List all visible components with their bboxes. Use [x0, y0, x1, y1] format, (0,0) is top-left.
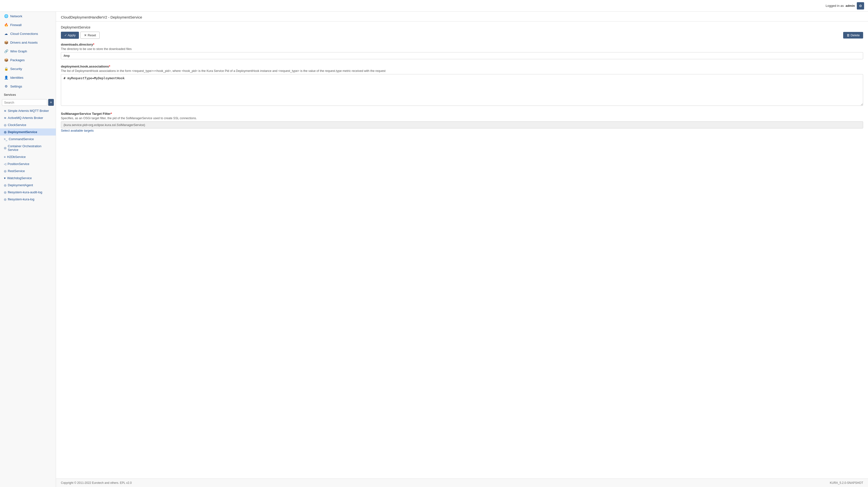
sidebar-item-packages[interactable]: 📦Packages — [0, 56, 56, 64]
btn-row: ✓ Apply ✕ Reset 🗑 Delete — [61, 32, 863, 39]
deployment-hook-field: deployment.hook.associations* The list o… — [61, 65, 863, 107]
nav-label-firewall: Firewall — [10, 23, 22, 27]
gear-button[interactable]: ⚙ — [857, 2, 864, 9]
nav-label-security: Security — [10, 67, 22, 71]
sidebar-item-identities[interactable]: 👤Identities — [0, 73, 56, 82]
service-item-filesystem-audit[interactable]: ◎filesystem-kura-audit-log — [0, 189, 56, 196]
service-label-filesystem-log: filesystem-kura-log — [8, 197, 34, 201]
service-item-clock-service[interactable]: ◎ClockService — [0, 121, 56, 128]
nav-icon-network: 🌐 — [4, 14, 8, 18]
footer-copyright: Copyright © 2011-2022 Eurotech and other… — [61, 481, 132, 485]
service-item-activemq[interactable]: ≋ActiveMQ Artemis Broker — [0, 114, 56, 121]
service-icon-clock-service: ◎ — [4, 123, 6, 127]
deployment-hook-label: deployment.hook.associations* — [61, 65, 863, 68]
required-star-2: * — [109, 65, 110, 68]
form-area: DeploymentService ✓ Apply ✕ Reset 🗑 Dele… — [56, 22, 868, 142]
delete-button[interactable]: 🗑 Delete — [843, 32, 863, 38]
downloads-directory-field: downloads.directory* The directory to be… — [61, 42, 863, 59]
service-item-command-service[interactable]: >_CommandService — [0, 136, 56, 143]
ssl-filter-value: (kura.service.pid=org.eclipse.kura.ssl.S… — [61, 121, 863, 128]
footer: Copyright © 2011-2022 Eurotech and other… — [56, 479, 868, 487]
btn-row-left: ✓ Apply ✕ Reset — [61, 32, 100, 39]
sidebar-item-security[interactable]: 🔒Security — [0, 64, 56, 73]
nav-icon-wire-graph: 🔗 — [4, 49, 8, 53]
services-list: ≋Simple Artemis MQTT Broker≋ActiveMQ Art… — [0, 107, 56, 203]
sidebar-item-wire-graph[interactable]: 🔗Wire Graph — [0, 47, 56, 56]
service-icon-activemq: ≋ — [4, 116, 6, 120]
service-label-container-orchestration: Container Orchestration Service — [8, 144, 52, 152]
add-service-button[interactable]: + — [48, 99, 54, 106]
search-input[interactable] — [2, 99, 47, 106]
main-content: CloudDeploymentHandlerV2 - DeploymentSer… — [56, 12, 868, 487]
footer-version: KURA_5.2.0-SNAPSHOT — [830, 481, 863, 485]
search-row: + — [0, 97, 56, 107]
ssl-filter-desc: Specifies, as an OSGi target filter, the… — [61, 116, 863, 120]
nav-label-network: Network — [10, 15, 22, 18]
nav-icon-security: 🔒 — [4, 67, 8, 71]
reset-button[interactable]: ✕ Reset — [81, 32, 100, 39]
nav-icon-settings: ⚙ — [4, 84, 8, 88]
downloads-directory-input[interactable] — [61, 52, 863, 59]
service-item-simple-artemis[interactable]: ≋Simple Artemis MQTT Broker — [0, 107, 56, 114]
service-icon-container-orchestration: ◎ — [4, 146, 6, 150]
service-icon-filesystem-audit: ◎ — [4, 191, 6, 194]
layout: 🌐Network🔥Firewall☁Cloud Connections📦Driv… — [0, 12, 868, 487]
nav-icon-drivers-assets: 📦 — [4, 40, 8, 45]
service-label-deployment-service: DeploymentService — [8, 130, 37, 134]
sidebar-item-settings[interactable]: ⚙Settings — [0, 82, 56, 91]
nav-label-settings: Settings — [10, 85, 22, 88]
select-available-targets-link[interactable]: Select available targets — [61, 129, 94, 132]
required-star-3: * — [111, 112, 112, 116]
service-label-clock-service: ClockService — [8, 123, 26, 127]
required-star: * — [93, 42, 94, 46]
service-item-deployment-service[interactable]: ◎DeploymentService — [0, 128, 56, 136]
nav-label-drivers-assets: Drivers and Assets — [10, 41, 38, 45]
service-item-filesystem-log[interactable]: ◎filesystem-kura-log — [0, 196, 56, 203]
service-icon-watchdog-service: ♥ — [4, 176, 6, 180]
service-label-position-service: PositionService — [7, 162, 29, 166]
service-icon-simple-artemis: ≋ — [4, 109, 6, 113]
nav-icon-firewall: 🔥 — [4, 23, 8, 27]
sidebar: 🌐Network🔥Firewall☁Cloud Connections📦Driv… — [0, 12, 56, 487]
deployment-hook-textarea[interactable] — [61, 74, 863, 106]
service-label-filesystem-audit: filesystem-kura-audit-log — [8, 190, 42, 194]
service-icon-deployment-agent: ◎ — [4, 183, 6, 187]
sidebar-item-network[interactable]: 🌐Network — [0, 12, 56, 21]
service-item-h2db-service[interactable]: ≡H2DbService — [0, 153, 56, 161]
logged-in-label: Logged in as admin — [826, 4, 855, 7]
service-icon-filesystem-log: ◎ — [4, 198, 6, 201]
service-item-watchdog-service[interactable]: ♥WatchdogService — [0, 174, 56, 181]
sidebar-item-cloud-connections[interactable]: ☁Cloud Connections — [0, 29, 56, 38]
nav-label-packages: Packages — [10, 58, 25, 62]
sidebar-item-drivers-assets[interactable]: 📦Drivers and Assets — [0, 38, 56, 47]
service-item-deployment-agent[interactable]: ◎DeploymentAgent — [0, 181, 56, 189]
sidebar-nav: 🌐Network🔥Firewall☁Cloud Connections📦Driv… — [0, 12, 56, 91]
downloads-directory-label: downloads.directory* — [61, 42, 863, 46]
username-label: admin — [846, 4, 855, 7]
service-label-activemq: ActiveMQ Artemis Broker — [8, 116, 43, 120]
nav-label-identities: Identities — [10, 76, 23, 80]
apply-button[interactable]: ✓ Apply — [61, 32, 79, 39]
service-item-container-orchestration[interactable]: ◎Container Orchestration Service — [0, 143, 56, 153]
service-item-position-service[interactable]: ◁PositionService — [0, 161, 56, 168]
ssl-filter-field: SslManagerService Target Filter* Specifi… — [61, 112, 863, 132]
main-breadcrumb: CloudDeploymentHandlerV2 - DeploymentSer… — [61, 15, 863, 19]
service-label-simple-artemis: Simple Artemis MQTT Broker — [8, 109, 49, 113]
service-icon-command-service: >_ — [4, 138, 7, 141]
logged-in-text: Logged in as — [826, 4, 844, 7]
nav-label-wire-graph: Wire Graph — [10, 50, 27, 53]
service-icon-position-service: ◁ — [4, 162, 6, 166]
main-header: CloudDeploymentHandlerV2 - DeploymentSer… — [56, 12, 868, 22]
form-subtitle: DeploymentService — [61, 25, 863, 29]
service-item-rest-service[interactable]: ◎RestService — [0, 168, 56, 174]
service-label-watchdog-service: WatchdogService — [7, 176, 32, 180]
plus-icon: + — [50, 100, 52, 105]
nav-icon-identities: 👤 — [4, 76, 8, 80]
services-section-label: Services — [0, 91, 56, 97]
nav-icon-cloud-connections: ☁ — [4, 32, 8, 36]
service-label-command-service: CommandService — [9, 137, 34, 141]
service-icon-rest-service: ◎ — [4, 169, 6, 173]
service-label-rest-service: RestService — [8, 169, 25, 173]
service-label-h2db-service: H2DbService — [7, 155, 26, 159]
sidebar-item-firewall[interactable]: 🔥Firewall — [0, 21, 56, 29]
